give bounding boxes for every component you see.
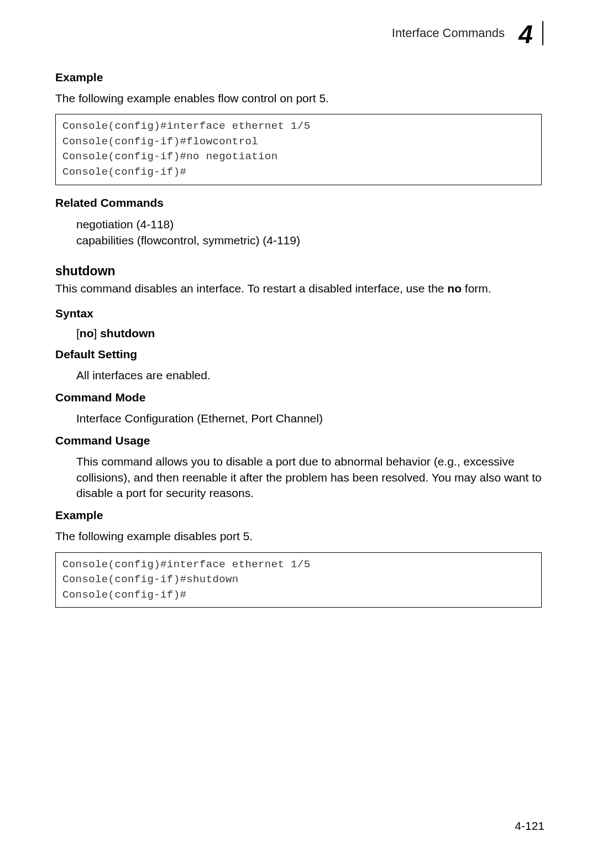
code-block-flowcontrol: Console(config)#interface ethernet 1/5 C… [55, 114, 542, 185]
related-item: capabilities (flowcontrol, symmetric) (4… [76, 232, 542, 248]
related-commands-list: negotiation (4-118) capabilities (flowco… [76, 216, 542, 249]
related-commands-heading: Related Commands [55, 196, 542, 210]
svg-rect-0 [542, 21, 543, 45]
syntax-no: no [80, 327, 94, 339]
command-mode-heading: Command Mode [55, 391, 542, 404]
command-mode-text: Interface Configuration (Ethernet, Port … [76, 411, 542, 426]
chapter-number-icon: 4 [512, 21, 544, 45]
example2-intro: The following example disables port 5. [55, 529, 542, 544]
example-intro: The following example enables flow contr… [55, 91, 542, 106]
command-usage-heading: Command Usage [55, 434, 542, 447]
syntax-line: [no] shutdown [76, 327, 542, 340]
syntax-heading: Syntax [55, 307, 542, 320]
desc-pre: This command disables an interface. To r… [55, 282, 447, 295]
command-usage-text: This command allows you to disable a por… [76, 454, 542, 501]
syntax-cmd: shutdown [97, 327, 155, 339]
page-number: 4-121 [515, 819, 544, 833]
desc-bold: no [447, 282, 462, 295]
chapter-number-text: 4 [518, 21, 533, 45]
page-content: Example The following example enables fl… [53, 71, 544, 608]
code-block-shutdown: Console(config)#interface ethernet 1/5 C… [55, 552, 542, 608]
command-title-shutdown: shutdown [55, 264, 542, 279]
page-header: Interface Commands 4 [53, 21, 544, 45]
related-item: negotiation (4-118) [76, 216, 542, 232]
example-heading: Example [55, 71, 542, 84]
example2-heading: Example [55, 509, 542, 522]
default-setting-text: All interfaces are enabled. [76, 368, 542, 383]
header-title: Interface Commands [392, 26, 505, 40]
command-description: This command disables an interface. To r… [55, 281, 542, 296]
default-setting-heading: Default Setting [55, 348, 542, 361]
desc-post: form. [462, 282, 491, 295]
